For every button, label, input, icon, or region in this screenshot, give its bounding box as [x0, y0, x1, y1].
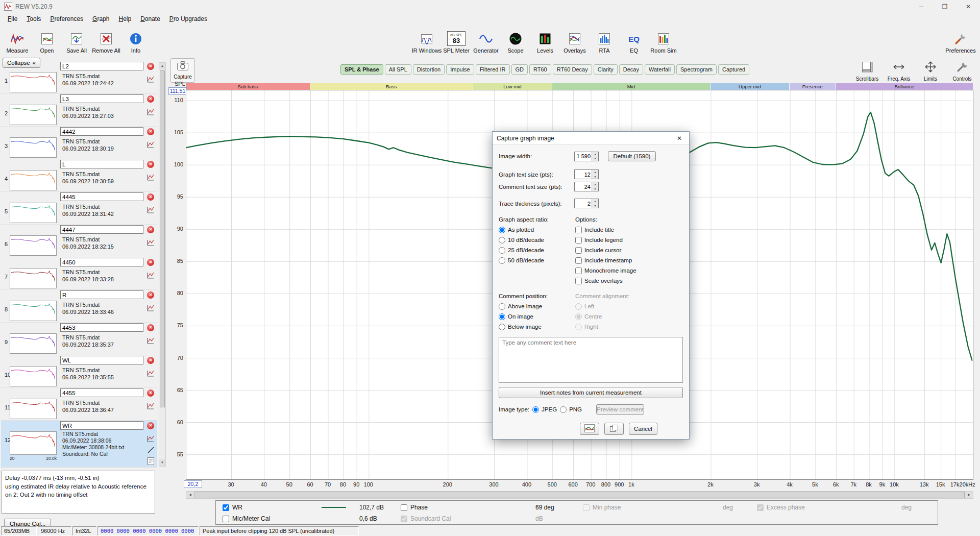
measurement-name-input[interactable]: [60, 225, 143, 234]
scrollbar-thumb[interactable]: [160, 70, 165, 407]
measurement-item-4[interactable]: ✕4TRN ST5.mdat06.09.2022 18:30:59: [1, 159, 157, 192]
comment-text-size-input[interactable]: [575, 182, 592, 191]
hscroll-thumb[interactable]: [194, 492, 965, 498]
minimize-icon[interactable]: ─: [910, 0, 933, 13]
tab-all-spl[interactable]: All SPL: [385, 64, 411, 75]
copy-image-button[interactable]: [604, 423, 624, 435]
measurement-name-input[interactable]: [60, 290, 143, 299]
insert-notes-button[interactable]: Insert notes from current measurement: [499, 387, 683, 398]
chart-icon[interactable]: [146, 272, 154, 279]
include-timestamp-checkbox[interactable]: [575, 257, 582, 264]
menu-help[interactable]: Help: [114, 14, 136, 23]
default-width-button[interactable]: Default (1590): [608, 151, 656, 161]
measurement-name-input[interactable]: [60, 421, 143, 430]
measurement-item-1[interactable]: ✕1TRN ST5.mdat06.09.2022 18:24:42: [1, 61, 157, 94]
chart-icon[interactable]: [146, 304, 154, 312]
tab-distortion[interactable]: Distortion: [413, 64, 445, 75]
legend-checkbox-wr[interactable]: [223, 504, 229, 511]
measurement-item-12[interactable]: ✕12TRN ST5.mdat06.09.2022 18:38:06Mic/Me…: [1, 421, 157, 468]
include-title-option[interactable]: Include title: [575, 225, 683, 235]
comment-below-radio[interactable]: [499, 324, 505, 330]
tab-impulse[interactable]: Impulse: [446, 64, 474, 75]
aspect-as-plotted-option[interactable]: As plotted: [499, 225, 575, 235]
graph-text-size-input[interactable]: [575, 170, 592, 179]
delete-measurement-icon[interactable]: ✕: [147, 95, 154, 103]
delete-measurement-icon[interactable]: ✕: [147, 193, 154, 201]
rta-button[interactable]: RTA: [590, 26, 619, 55]
ir-windows-button[interactable]: IR Windows: [412, 26, 441, 55]
measurement-name-input[interactable]: [60, 323, 143, 332]
jpeg-radio[interactable]: [532, 406, 539, 413]
trace-thickness-input[interactable]: [575, 199, 592, 208]
save-all-button[interactable]: Save All: [62, 26, 91, 55]
measurement-item-3[interactable]: ✕3TRN ST5.mdat06.09.2022 18:30:19: [1, 127, 157, 159]
delete-measurement-icon[interactable]: ✕: [147, 259, 154, 266]
scroll-down-icon[interactable]: ▼: [159, 459, 165, 466]
eq-button[interactable]: EQEQ: [620, 26, 648, 55]
measurement-item-10[interactable]: ✕10TRN ST5.mdat06.09.2022 18:35:55: [1, 355, 157, 388]
tab-decay[interactable]: Decay: [619, 64, 643, 75]
aspect-50db-option[interactable]: 50 dB/decade: [499, 255, 575, 265]
delete-measurement-icon[interactable]: ✕: [147, 161, 154, 168]
aspect-50db-radio[interactable]: [499, 257, 505, 264]
spinner-arrows-icon[interactable]: ▲▼: [592, 182, 598, 191]
spinner-arrows-icon[interactable]: ▲▼: [592, 170, 598, 179]
scrollbars-button[interactable]: Scrollbars: [853, 58, 881, 83]
chart-icon[interactable]: [146, 108, 154, 116]
measure-button[interactable]: Measure: [3, 26, 32, 55]
measurement-name-input[interactable]: [60, 127, 143, 136]
save-image-button[interactable]: [580, 423, 599, 435]
jpeg-option[interactable]: JPEG: [532, 404, 557, 415]
monochrome-image-option[interactable]: Monochrome image: [575, 265, 683, 276]
close-icon[interactable]: ✕: [957, 0, 980, 13]
comment-textarea[interactable]: [499, 337, 683, 383]
preferences-button[interactable]: Preferences: [946, 26, 975, 55]
freq-axis-button[interactable]: Freq. Axis: [885, 58, 913, 83]
info-button[interactable]: Info: [121, 26, 150, 55]
levels-button[interactable]: Levels: [531, 26, 559, 55]
tab-waterfall[interactable]: Waterfall: [645, 64, 675, 75]
scroll-right-icon[interactable]: ▶: [965, 492, 973, 498]
menu-pro-upgrades[interactable]: Pro Upgrades: [165, 14, 212, 23]
controls-button[interactable]: Controls: [948, 58, 976, 83]
delete-measurement-icon[interactable]: ✕: [147, 357, 154, 364]
menu-donate[interactable]: Donate: [136, 14, 165, 23]
tab-filtered-ir[interactable]: Filtered IR: [476, 64, 510, 75]
open-button[interactable]: Open: [33, 26, 61, 55]
png-radio[interactable]: [560, 406, 567, 413]
measurement-list-scrollbar[interactable]: ▲ ▼: [159, 62, 166, 467]
tab-clarity[interactable]: Clarity: [594, 64, 618, 75]
measurement-item-7[interactable]: ✕7TRN ST5.mdat06.09.2022 18:33:28: [1, 257, 157, 290]
menu-file[interactable]: File: [3, 14, 22, 23]
measurement-item-2[interactable]: ✕2TRN ST5.mdat06.09.2022 18:27:03: [1, 94, 157, 127]
measurement-item-8[interactable]: ✕8TRN ST5.mdat06.09.2022 18:33:46: [1, 290, 157, 323]
comment-below-option[interactable]: Below image: [499, 322, 575, 332]
room-sim-button[interactable]: Room Sim: [649, 26, 678, 55]
menu-preferences[interactable]: Preferences: [45, 14, 88, 23]
include-cursor-option[interactable]: Include cursor: [575, 245, 683, 255]
measurement-item-11[interactable]: ✕11TRN ST5.mdat06.09.2022 18:36:47: [1, 388, 157, 421]
aspect-10db-radio[interactable]: [499, 237, 505, 243]
spl-meter-button[interactable]: dB SPL83SPL Meter: [442, 26, 471, 55]
overlays-button[interactable]: Overlays: [560, 26, 589, 55]
tab-spectrogram[interactable]: Spectrogram: [676, 64, 717, 75]
tab-gd[interactable]: GD: [511, 64, 528, 75]
chart-icon[interactable]: [146, 141, 154, 149]
graph-horizontal-scrollbar[interactable]: ◀ ▶: [186, 491, 973, 499]
measurement-name-input[interactable]: [60, 356, 143, 364]
chart-icon[interactable]: [146, 370, 154, 377]
measurement-name-input[interactable]: [60, 62, 143, 70]
measurement-item-9[interactable]: ✕9TRN ST5.mdat06.09.2022 18:35:37: [1, 323, 157, 355]
comment-on-image-radio[interactable]: [499, 313, 505, 320]
aspect-25db-radio[interactable]: [499, 247, 505, 254]
measurement-name-input[interactable]: [60, 160, 143, 168]
spinner-arrows-icon[interactable]: ▲▼: [592, 199, 598, 208]
cal-line-icon[interactable]: [147, 446, 155, 454]
tab-captured[interactable]: Captured: [718, 64, 749, 75]
scale-overlays-option[interactable]: Scale overlays: [575, 276, 683, 286]
legend-checkbox-phase[interactable]: [401, 504, 407, 511]
delete-measurement-icon[interactable]: ✕: [147, 128, 154, 135]
include-legend-option[interactable]: Include legend: [575, 235, 683, 245]
scroll-up-icon[interactable]: ▲: [159, 63, 165, 69]
image-width-input[interactable]: [575, 152, 592, 161]
